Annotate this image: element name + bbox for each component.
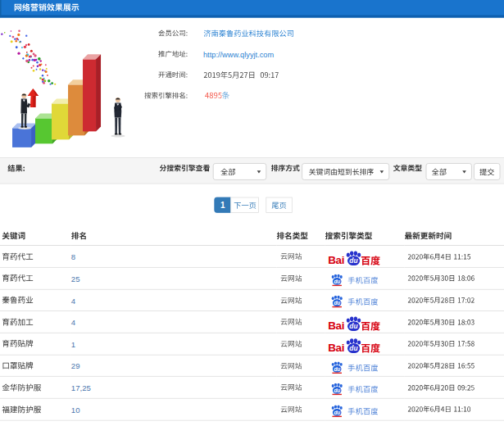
svg-text:du: du: [349, 344, 357, 352]
svg-text:du: du: [334, 300, 340, 306]
svg-text:du: du: [334, 387, 340, 393]
svg-text:du: du: [349, 257, 357, 265]
svg-text:Bai: Bai: [328, 320, 344, 331]
svg-text:Bai: Bai: [328, 254, 344, 265]
svg-text:du: du: [334, 279, 340, 284]
svg-text:Bai: Bai: [328, 342, 344, 353]
svg-text:du: du: [334, 365, 340, 371]
svg-text:du: du: [349, 323, 357, 331]
svg-text:du: du: [334, 410, 340, 415]
